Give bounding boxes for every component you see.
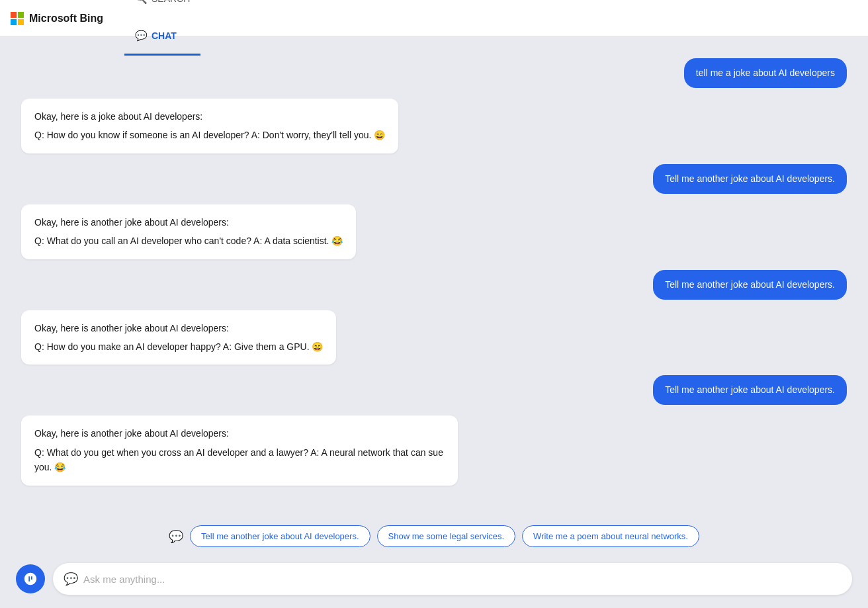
suggestion-btn-s1[interactable]: Tell me another joke about AI developers… — [190, 525, 370, 547]
message-row-msg3: Tell me another joke about AI developers… — [0, 159, 868, 199]
nav-chat-label: CHAT — [152, 30, 177, 41]
message-row-msg2: Okay, here is a joke about AI developers… — [0, 93, 868, 159]
suggestions-row: 💬 Tell me another joke about AI develope… — [0, 517, 868, 555]
chat-area: tell me a joke about AI developersOkay, … — [0, 37, 868, 517]
suggestion-btn-s3[interactable]: Write me a poem about neural networks. — [522, 525, 699, 547]
nav-chat[interactable]: 💬 CHAT — [124, 19, 200, 56]
input-prefix-icon: 💬 — [64, 572, 78, 586]
bot-text: Okay, here is a joke about AI developers… — [34, 109, 385, 124]
bot-bubble-msg6: Okay, here is another joke about AI deve… — [21, 310, 336, 365]
bot-bubble-msg8: Okay, here is another joke about AI deve… — [21, 415, 458, 485]
nav: 🔍 SEARCH 💬 CHAT — [124, 0, 200, 56]
bot-text: Q: How do you know if someone is an AI d… — [34, 128, 385, 142]
bing-button[interactable] — [16, 564, 45, 593]
bing-icon — [23, 572, 38, 586]
message-row-msg1: tell me a joke about AI developers — [0, 53, 868, 93]
chat-icon: 💬 — [135, 30, 148, 42]
logo-text: Microsoft Bing — [29, 13, 103, 24]
bot-bubble-msg4: Okay, here is another joke about AI deve… — [21, 204, 356, 259]
message-row-msg4: Okay, here is another joke about AI deve… — [0, 199, 868, 265]
chat-input[interactable] — [83, 574, 842, 585]
user-bubble-msg3: Tell me another joke about AI developers… — [653, 164, 847, 194]
user-bubble-msg5: Tell me another joke about AI developers… — [653, 270, 847, 300]
message-row-msg5: Tell me another joke about AI developers… — [0, 265, 868, 305]
bot-text: Q: What do you get when you cross an AI … — [34, 445, 445, 475]
input-wrapper: 💬 — [53, 563, 852, 595]
nav-search[interactable]: 🔍 SEARCH — [124, 0, 200, 19]
header: Microsoft Bing 🔍 SEARCH 💬 CHAT — [0, 0, 868, 37]
bot-bubble-msg2: Okay, here is a joke about AI developers… — [21, 99, 398, 153]
input-area: 💬 — [0, 555, 868, 608]
microsoft-logo-icon — [11, 12, 24, 25]
message-row-msg6: Okay, here is another joke about AI deve… — [0, 305, 868, 370]
bot-text: Okay, here is another joke about AI deve… — [34, 321, 323, 335]
bot-text: Q: What do you call an AI developer who … — [34, 234, 343, 248]
message-row-msg8: Okay, here is another joke about AI deve… — [0, 410, 868, 490]
user-bubble-msg1: tell me a joke about AI developers — [684, 58, 847, 88]
suggestion-prefix-icon: 💬 — [169, 529, 183, 544]
logo-area: Microsoft Bing — [11, 12, 103, 25]
suggestion-btn-s2[interactable]: Show me some legal services. — [377, 525, 516, 547]
bot-text: Q: How do you make an AI developer happy… — [34, 339, 323, 354]
bot-text: Okay, here is another joke about AI deve… — [34, 426, 445, 441]
nav-search-label: SEARCH — [152, 0, 190, 4]
user-bubble-msg7: Tell me another joke about AI developers… — [653, 375, 847, 405]
search-icon: 🔍 — [135, 0, 148, 5]
bot-text: Okay, here is another joke about AI deve… — [34, 215, 343, 230]
message-row-msg7: Tell me another joke about AI developers… — [0, 370, 868, 410]
